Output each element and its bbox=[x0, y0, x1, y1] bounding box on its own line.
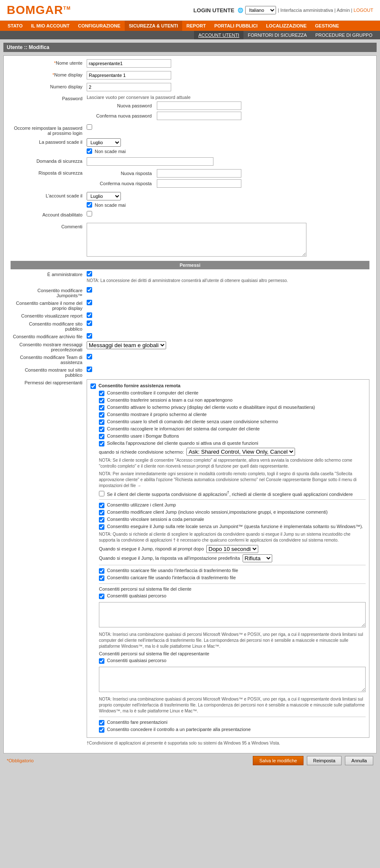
password-label: Password bbox=[11, 95, 87, 101]
perm-divider1 bbox=[99, 499, 366, 500]
qualsiasi-percorso-rapp-label: Consentiti qualsiasi percorso bbox=[107, 658, 167, 663]
eseguire-jump-checkbox[interactable] bbox=[99, 524, 104, 530]
account-disabilitato-field bbox=[87, 211, 369, 217]
commenti-textarea[interactable] bbox=[87, 223, 306, 257]
raccogliere-info-checkbox[interactable] bbox=[99, 427, 104, 432]
globe-icon: 🌐 bbox=[238, 8, 243, 13]
jump-default-select[interactable]: Rifiuta Accetta Richiedi bbox=[243, 554, 272, 562]
reset-password-field bbox=[87, 124, 369, 131]
cancel-button[interactable]: Annulla bbox=[345, 756, 373, 765]
concedere-controllo-checkbox[interactable] bbox=[99, 727, 104, 733]
jumpoints-checkbox[interactable] bbox=[87, 287, 92, 293]
account-disabilitato-row: Account disabilitato bbox=[11, 211, 369, 220]
sollecita-approvazione-row: Sollecita l'approvazione del cliente qua… bbox=[99, 441, 366, 446]
conferma-risposta-input[interactable] bbox=[157, 179, 241, 188]
trasferire-sessioni-row: Consentito trasferire sessioni a team a … bbox=[99, 397, 366, 403]
reset-password-checkbox[interactable] bbox=[87, 124, 92, 130]
nav-report[interactable]: REPORT bbox=[182, 21, 210, 31]
nav-fornitori-sicurezza[interactable]: FORNITORI DI SICUREZZA bbox=[243, 31, 311, 39]
header-links: | Interfaccia amministrativa | Admin | L… bbox=[278, 8, 373, 13]
team-assistenza-checkbox[interactable] bbox=[87, 354, 92, 359]
caricare-file-checkbox[interactable] bbox=[99, 575, 104, 581]
account-non-scade-checkbox[interactable] bbox=[87, 202, 92, 208]
nav-stato[interactable]: STATO bbox=[3, 21, 27, 31]
controllare-computer-checkbox[interactable] bbox=[99, 391, 104, 396]
scaricare-file-label: Consentito scaricare file usando l'inter… bbox=[107, 568, 238, 573]
password-scade-month-select[interactable]: LuglioGennaioFebbraioMarzoAprileMaggioGi… bbox=[87, 138, 121, 147]
logout-link[interactable]: LOGOUT bbox=[354, 8, 373, 13]
account-disabilitato-checkbox[interactable] bbox=[87, 211, 92, 216]
sollecita-approvazione-checkbox[interactable] bbox=[99, 441, 104, 446]
archivio-file-label: Consentito modificare archivio file bbox=[11, 333, 87, 339]
sito-pubblico-checkbox[interactable] bbox=[87, 367, 92, 372]
form-panel: *Nome utente *Nome display Numero displa… bbox=[3, 55, 377, 753]
nota-condivisione-app: †Condivisione di applicazioni al present… bbox=[87, 740, 369, 746]
nav-configurazione[interactable]: CONFIGURAZIONE bbox=[74, 21, 125, 31]
reset-password-row: Occorre reimpostare la password al pross… bbox=[11, 124, 369, 136]
visualizzare-report-checkbox[interactable] bbox=[87, 312, 92, 318]
non-scade-mai-checkbox[interactable] bbox=[87, 148, 92, 154]
condivisione-schermo-row: quando si richiede condivisione schermo:… bbox=[99, 448, 366, 456]
percorsi-rapp-textarea[interactable] bbox=[99, 667, 366, 692]
commenti-field bbox=[87, 223, 369, 257]
modificare-jump-checkbox[interactable] bbox=[99, 510, 104, 515]
fornire-assistenza-row: Consentito fornire assistenza remota bbox=[90, 383, 366, 389]
conferma-risposta-row: Conferma nuova risposta bbox=[87, 179, 369, 188]
messaggi-row: Consentito mostrare messaggi preconfezio… bbox=[11, 341, 369, 352]
language-select[interactable]: Italiano English Français Deutsch Españo… bbox=[245, 6, 276, 14]
presentazioni-label: Consentito fare presentazioni bbox=[107, 720, 167, 725]
archivio-file-checkbox[interactable] bbox=[87, 333, 92, 339]
numero-display-input[interactable] bbox=[87, 83, 171, 91]
nota-percorsi-cliente: NOTA: Inserisci una combinazione qualsia… bbox=[99, 632, 366, 649]
schermo-privacy-row: Consentito attivare lo schermo privacy (… bbox=[99, 405, 366, 411]
qualsiasi-percorso-rapp-checkbox[interactable] bbox=[99, 658, 104, 664]
bomgar-buttons-checkbox[interactable] bbox=[99, 434, 104, 439]
scaricare-file-checkbox[interactable] bbox=[99, 568, 104, 574]
reset-button[interactable]: Reimposta bbox=[307, 756, 342, 765]
login-utente-label: LOGIN UTENTE bbox=[194, 7, 235, 14]
risposta-sicurezza-row: Risposta di sicurezza Nuova risposta Con… bbox=[11, 169, 369, 189]
presentazioni-row: Consentito fare presentazioni bbox=[99, 720, 366, 726]
presentazioni-checkbox[interactable] bbox=[99, 720, 104, 726]
domanda-sicurezza-input[interactable] bbox=[87, 157, 213, 166]
client-jump-row: Consentito utilizzare i client Jump bbox=[99, 502, 366, 508]
commenti-label: Commenti bbox=[11, 223, 87, 229]
caricare-file-label: Consentito caricare file usando l'interf… bbox=[107, 575, 236, 580]
nome-display-input[interactable] bbox=[87, 71, 171, 79]
nav-mio-account[interactable]: IL MIO ACCOUNT bbox=[27, 21, 74, 31]
nome-display-perm-checkbox[interactable] bbox=[87, 300, 92, 305]
proprio-schermo-checkbox[interactable] bbox=[99, 412, 104, 418]
sito-pubblico-label: Consentito mostrare sul sito pubblico bbox=[11, 367, 87, 378]
nav-account-utenti[interactable]: ACCOUNT UTENTI bbox=[194, 31, 243, 39]
nota2: NOTA: Per avviare immediatamente ogni se… bbox=[99, 471, 366, 489]
nav-procedure-gruppo[interactable]: PROCEDURE DI GRUPPO bbox=[311, 31, 377, 39]
nome-utente-input[interactable] bbox=[87, 59, 171, 68]
schermo-privacy-checkbox[interactable] bbox=[99, 405, 104, 411]
nav-portali-pubblici[interactable]: PORTALI PUBBLICI bbox=[210, 21, 262, 31]
amministratore-checkbox[interactable] bbox=[87, 271, 92, 277]
nav-sicurezza-utenti[interactable]: SICUREZZA & UTENTI bbox=[125, 21, 182, 31]
account-scade-month-select[interactable]: LuglioGennaioFebbraioMarzoAprileMaggioGi… bbox=[87, 192, 121, 200]
percorsi-cliente-textarea[interactable] bbox=[99, 602, 366, 627]
applicazioni-check-checkbox[interactable] bbox=[99, 491, 104, 496]
nav-gestione[interactable]: GESTIONE bbox=[311, 21, 343, 31]
modificare-sito-checkbox[interactable] bbox=[87, 320, 92, 326]
fornire-assistenza-checkbox[interactable] bbox=[90, 383, 96, 389]
qualsiasi-percorso-cliente-checkbox[interactable] bbox=[99, 594, 104, 599]
condivisione-schermo-select[interactable]: Ask: Shared Control, View Only, Cancel A… bbox=[186, 448, 295, 456]
client-jump-checkbox[interactable] bbox=[99, 503, 104, 508]
messaggi-select[interactable]: Messaggi dei team e globali Solo messagg… bbox=[87, 341, 166, 349]
nome-display-label: *Nome display bbox=[11, 71, 87, 77]
nuova-password-input[interactable] bbox=[157, 101, 241, 110]
sito-pubblico-field bbox=[87, 367, 369, 373]
jumpoints-label: Consentito modificare Jumpoints™ bbox=[11, 287, 87, 298]
conferma-password-input[interactable] bbox=[157, 112, 241, 120]
save-button[interactable]: Salva le modifiche bbox=[253, 756, 303, 765]
trasferire-sessioni-checkbox[interactable] bbox=[99, 398, 104, 403]
nav-localizzazione[interactable]: LOCALIZZAZIONE bbox=[262, 21, 311, 31]
nuova-risposta-input[interactable] bbox=[157, 169, 241, 178]
vincolare-sessioni-checkbox[interactable] bbox=[99, 517, 104, 523]
risposta-sicurezza-label: Risposta di sicurezza bbox=[11, 169, 87, 175]
shell-comando-checkbox[interactable] bbox=[99, 419, 104, 425]
jump-prompt-select[interactable]: Dopo 10 secondi Dopo 20 secondi Dopo 30 … bbox=[206, 545, 258, 553]
